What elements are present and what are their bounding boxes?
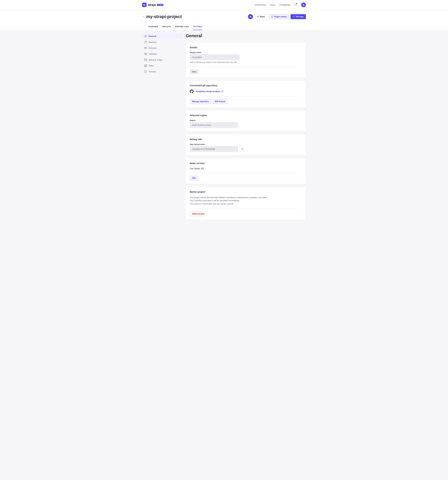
visit-label: Visit app — [296, 15, 303, 18]
notifications-button[interactable] — [294, 3, 297, 6]
app-internal-label: App internal name — [190, 143, 302, 145]
manage-repo-button[interactable]: Manage repository — [190, 99, 211, 104]
node-card: Node version Iron (Node 20) Edit — [186, 158, 306, 184]
nav-docs[interactable]: Docs — [270, 4, 275, 6]
sidebar-item-domains[interactable]: Domains — [142, 45, 183, 51]
sidebar-item-label: Variables — [149, 53, 157, 55]
top-navigation: strapi CLOUD Community Docs Changelog — [0, 0, 448, 10]
settings-sidebar: General Backups Domains Variables Billin… — [142, 33, 183, 223]
globe-icon — [144, 47, 147, 49]
share-button[interactable]: Share — [254, 14, 267, 19]
region-card: Selected region Region — [186, 111, 306, 131]
sidebar-item-label: Plans — [149, 65, 154, 67]
app-internal-input — [190, 146, 238, 152]
region-label: Region — [190, 119, 302, 121]
sidebar-item-label: Invoices — [149, 71, 156, 73]
trigger-label: Trigger deploy — [274, 15, 287, 18]
sidebar-item-backups[interactable]: Backups — [142, 39, 183, 45]
back-chevron-icon[interactable] — [142, 15, 144, 18]
sidebar-item-label: Backups — [149, 41, 156, 43]
credit-card-icon — [144, 58, 147, 61]
repo-link[interactable]: strapi/my-strapi-project — [196, 90, 223, 93]
card-title: Details — [190, 46, 302, 49]
tabs: OVERVIEW DEPLOYS RUNTIME LOGS SETTINGS — [142, 23, 306, 30]
share-label: Share — [260, 15, 265, 18]
map-icon — [144, 64, 147, 67]
notification-dot — [296, 3, 297, 4]
tab-settings[interactable]: SETTINGS — [193, 23, 202, 30]
project-title: my-strapi-project — [146, 14, 182, 19]
page-title: General — [186, 33, 306, 38]
card-title: Debug info — [190, 138, 302, 141]
delete-line3: This action is irreversible and can not … — [190, 202, 302, 206]
nav-community[interactable]: Community — [255, 4, 266, 6]
svg-rect-11 — [145, 47, 147, 49]
sidebar-item-general[interactable]: General — [142, 33, 183, 39]
git-card: Connected git repository strapi/my-strap… — [186, 81, 306, 107]
sidebar-item-invoices[interactable]: Invoices — [142, 69, 183, 74]
tab-runtime-logs[interactable]: RUNTIME LOGS — [175, 23, 189, 30]
logo[interactable]: strapi CLOUD — [142, 3, 163, 7]
delete-line1: The project will be permanently deleted,… — [190, 196, 302, 199]
user-avatar[interactable] — [301, 2, 306, 7]
details-card: Details Display name* Used to identify y… — [186, 43, 306, 78]
sidebar-item-billing[interactable]: Billing & Usage — [142, 57, 183, 63]
delete-line2: Your monthly subscription will be cancel… — [190, 199, 302, 202]
tab-deploys[interactable]: DEPLOYS — [162, 23, 171, 30]
project-header: my-strapi-project Share Trigger deploy V… — [0, 10, 448, 30]
cloud-badge: CLOUD — [157, 4, 163, 6]
copy-button[interactable] — [240, 147, 245, 151]
trigger-deploy-button[interactable]: Trigger deploy — [269, 14, 289, 19]
github-icon — [190, 90, 194, 93]
sidebar-item-label: General — [149, 35, 156, 37]
file-icon — [144, 70, 147, 73]
region-input — [190, 122, 238, 128]
sidebar-item-label: Billing & Usage — [149, 59, 162, 61]
sidebar-item-label: Domains — [149, 47, 157, 49]
card-title: Connected git repository — [190, 84, 302, 87]
display-name-label: Display name* — [190, 51, 302, 53]
save-button[interactable]: Save — [190, 69, 198, 74]
strapi-logo-icon — [142, 3, 147, 7]
svg-marker-16 — [145, 65, 147, 67]
display-name-help: Used to identify your Project on the Das… — [190, 61, 239, 64]
layers-icon — [144, 53, 147, 55]
visit-app-button[interactable]: Visit app — [291, 14, 306, 19]
delete-project-button[interactable]: Delete project — [190, 211, 207, 216]
sidebar-item-plans[interactable]: Plans — [142, 63, 183, 69]
project-icon-button[interactable] — [248, 14, 253, 19]
edit-node-button[interactable]: Edit — [190, 176, 198, 181]
external-link-icon — [221, 90, 223, 92]
display-name-input[interactable] — [190, 54, 239, 60]
sidebar-item-variables[interactable]: Variables — [142, 51, 183, 57]
delete-card: Delete project The project will be perma… — [186, 187, 306, 220]
nav-changelog[interactable]: Changelog — [279, 4, 290, 6]
edit-branch-button[interactable]: Edit branch — [213, 99, 228, 104]
copy-icon — [241, 148, 244, 150]
node-value: Iron (Node 20) — [190, 167, 302, 170]
tab-overview[interactable]: OVERVIEW — [148, 23, 158, 30]
card-title: Node version — [190, 162, 302, 164]
svg-rect-19 — [242, 149, 243, 150]
logo-text: strapi — [148, 3, 156, 7]
card-title: Delete project — [190, 191, 302, 193]
svg-rect-14 — [145, 59, 147, 61]
svg-marker-13 — [145, 53, 147, 54]
debug-card: Debug info App internal name — [186, 134, 306, 155]
refresh-icon — [144, 41, 147, 43]
card-title: Selected region — [190, 114, 302, 117]
sliders-icon — [144, 35, 147, 37]
